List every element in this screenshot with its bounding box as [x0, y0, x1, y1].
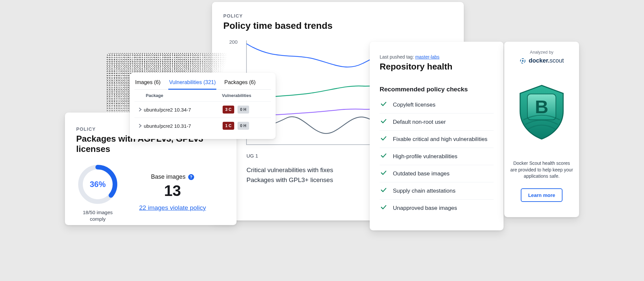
repo-health-title: Repository health [380, 62, 494, 72]
legend-label: Critical vulnerabilities with fixes [246, 166, 333, 174]
policy-check-list: Copyleft licensesDefault non-root userFi… [380, 96, 494, 216]
chevron-right-icon[interactable] [136, 123, 144, 129]
severity-critical-badge: 1 C [223, 122, 234, 130]
policy-check-label: Unapproved base images [393, 205, 457, 211]
health-shield-icon: B [517, 84, 566, 142]
severity-high-badge: 0 H [238, 106, 249, 114]
docker-scout-brand: docker.scout [519, 57, 564, 64]
tab-vulnerabilities[interactable]: Vulnerabilities (321) [168, 77, 216, 90]
base-images-block: Base images ? 13 22 images violate polic… [139, 173, 206, 211]
legend-label: Packages with GPL3+ licenses [246, 176, 333, 184]
vulnerabilities-popover: Images (6) Vulnerabilities (321) Package… [130, 73, 276, 139]
severity-high-badge: 0 H [238, 122, 249, 130]
policy-trends-overline: POLICY [223, 13, 453, 19]
policy-check-item[interactable]: Copyleft licenses [380, 96, 494, 114]
policy-check-item[interactable]: Default non-root user [380, 114, 494, 131]
policy-check-label: Default non-root user [393, 119, 446, 125]
check-icon [380, 118, 388, 126]
docker-scout-panel: Analyzed by docker.scout [504, 42, 579, 217]
violate-policy-link[interactable]: 22 images violate policy [139, 204, 206, 211]
policy-check-label: High-profile vulnerabilities [393, 153, 457, 160]
policy-check-label: Outdated base images [393, 170, 450, 177]
check-icon [380, 204, 388, 212]
tab-images[interactable]: Images (6) [134, 77, 161, 89]
repository-health-card: Last pushed tag: master-labs Repository … [370, 42, 504, 230]
compliance-caption: 18/50 images comply [76, 209, 119, 222]
recommended-checks-title: Recommended policy checks [380, 86, 494, 93]
table-row[interactable]: ubuntu/pcre2 10.34-7 3 C 0 H [134, 101, 271, 117]
last-pushed-tag: Last pushed tag: master-labs [380, 54, 494, 60]
policy-check-item[interactable]: Unapproved base images [380, 200, 494, 216]
analyzed-by-label: Analyzed by [530, 50, 554, 55]
svg-point-3 [522, 60, 523, 62]
last-pushed-label: Last pushed tag: [380, 54, 415, 60]
brand-docker: docker. [529, 57, 550, 64]
brand-scout: scout [550, 57, 564, 64]
policy-check-item[interactable]: Supply chain attestations [380, 182, 494, 200]
vuln-tabs: Images (6) Vulnerabilities (321) Package… [134, 77, 271, 90]
policy-check-label: Copyleft licenses [393, 102, 436, 108]
last-pushed-tag-link[interactable]: master-labs [415, 54, 439, 60]
scout-target-icon [519, 58, 526, 64]
check-icon [380, 101, 388, 109]
table-row[interactable]: ubuntu/pcre2 10.31-7 1 C 0 H [134, 117, 271, 134]
package-name: ubuntu/pcre2 10.34-7 [144, 107, 223, 113]
check-icon [380, 135, 388, 143]
base-images-count: 13 [139, 182, 206, 200]
package-name: ubuntu/pcre2 10.31-7 [144, 123, 223, 129]
policy-check-item[interactable]: Outdated base images [380, 165, 494, 182]
chevron-right-icon[interactable] [136, 107, 144, 113]
policy-check-item[interactable]: Fixable critical and high vulnerabilitie… [380, 131, 494, 148]
base-images-label: Base images [151, 173, 186, 180]
policy-check-label: Fixable critical and high vulnerabilitie… [393, 136, 487, 143]
severity-critical-badge: 3 C [223, 106, 234, 114]
tab-packages[interactable]: Packages (6) [224, 77, 256, 89]
help-icon[interactable]: ? [188, 174, 194, 180]
compliance-caption-line1: 18/50 images [83, 210, 113, 215]
learn-more-button[interactable]: Learn more [521, 188, 563, 202]
check-icon [380, 169, 388, 178]
chart-y-tick: 200 [229, 39, 238, 45]
compliance-donut: 36% 18/50 images comply [76, 163, 119, 222]
policy-check-item[interactable]: High-profile vulnerabilities [380, 148, 494, 165]
health-grade-letter: B [535, 96, 548, 117]
check-icon [380, 152, 388, 161]
check-icon [380, 187, 388, 195]
col-vulns: Vulnerabilities [222, 93, 251, 98]
col-package: Package [146, 93, 222, 98]
compliance-caption-line2: comply [90, 216, 106, 222]
policy-trends-title: Policy time based trends [223, 21, 453, 31]
compliance-percent: 36% [90, 180, 106, 189]
policy-check-label: Supply chain attestations [393, 188, 456, 194]
vuln-table-header: Package Vulnerabilities [134, 90, 271, 101]
scout-description: Docker Scout health scores are provided … [510, 160, 573, 180]
